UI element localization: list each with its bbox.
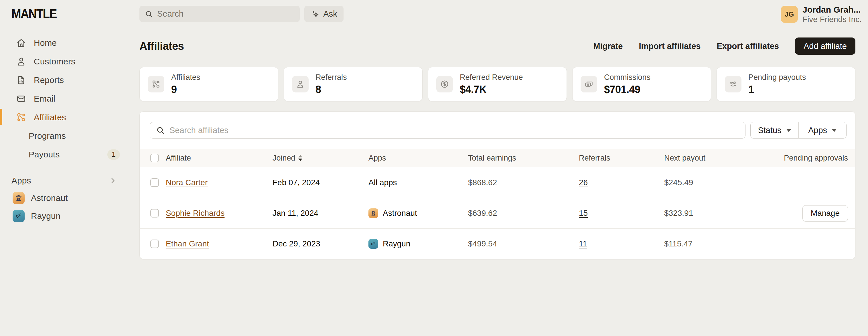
status-filter-dropdown[interactable]: Status (751, 122, 799, 138)
add-affiliate-button[interactable]: Add affiliate (795, 37, 856, 55)
sidebar-item-programs[interactable]: Programs (0, 126, 140, 145)
app-name: Raygun (383, 239, 410, 248)
mail-icon (16, 94, 26, 104)
stat-label: Referrals (315, 73, 347, 82)
search-icon (156, 126, 165, 135)
sidebar-item-email[interactable]: Email (0, 89, 140, 108)
affiliate-name-link[interactable]: Nora Carter (166, 178, 208, 187)
page-title: Affiliates (140, 40, 184, 52)
total-earnings-cell: $639.62 (468, 209, 579, 218)
row-checkbox[interactable] (150, 240, 159, 248)
table-row: Sophie Richards Jan 11, 2024 Astronaut $… (140, 198, 855, 228)
apps-filter-dropdown[interactable]: Apps (799, 122, 846, 138)
sidebar-item-label: Customers (34, 57, 75, 66)
sidebar-item-payouts[interactable]: Payouts 1 (0, 145, 140, 164)
raygun-app-icon (368, 239, 378, 249)
global-search-input[interactable] (157, 9, 294, 19)
joined-date: Dec 29, 2023 (273, 239, 368, 248)
stat-label: Affiliates (171, 73, 200, 82)
sidebar-app-raygun[interactable]: Raygun (0, 207, 140, 225)
import-affiliates-button[interactable]: Import affiliates (639, 41, 701, 51)
stat-label: Referred Revenue (460, 73, 523, 82)
chevron-down-icon (786, 129, 791, 132)
sidebar-item-label: Reports (34, 75, 64, 85)
next-payout-cell: $245.49 (664, 178, 750, 187)
sidebar-item-customers[interactable]: Customers (0, 52, 140, 71)
report-file-icon (16, 75, 26, 85)
sidebar-item-label: Affiliates (34, 113, 66, 122)
sidebar-item-reports[interactable]: Reports (0, 71, 140, 89)
stat-card-referrals: Referrals 8 (284, 67, 423, 101)
sidebar-item-label: Payouts (29, 150, 60, 159)
astronaut-app-icon (12, 192, 25, 204)
sidebar-item-home[interactable]: Home (0, 33, 140, 52)
referrals-link[interactable]: 26 (579, 178, 588, 187)
sidebar-app-astronaut[interactable]: Astronaut (0, 189, 140, 207)
total-earnings-cell: $868.62 (468, 178, 579, 187)
astronaut-app-icon (368, 208, 378, 218)
stat-value: $701.49 (604, 84, 650, 96)
stat-value: 9 (171, 84, 200, 96)
stats-row: Affiliates 9 Referrals 8 (140, 67, 856, 101)
affiliate-name-link[interactable]: Sophie Richards (166, 209, 224, 218)
person-icon (292, 76, 309, 92)
total-earnings-cell: $499.54 (468, 239, 579, 248)
banknotes-icon (581, 76, 597, 92)
column-header-next-payout[interactable]: Next payout (664, 154, 750, 162)
affiliate-name-link[interactable]: Ethan Grant (166, 239, 209, 248)
sidebar-item-affiliates[interactable]: Affiliates (0, 108, 140, 126)
manage-button[interactable]: Manage (802, 205, 848, 221)
app-label: Raygun (31, 211, 60, 221)
stat-label: Commissions (604, 73, 650, 82)
affiliate-search[interactable] (150, 122, 745, 139)
stat-value: 1 (748, 84, 806, 96)
apps-filter-label: Apps (808, 126, 827, 135)
topbar: MANTLE Ask JG Jordan Grah... Five (0, 0, 868, 28)
stat-value: $4.7K (460, 84, 523, 96)
global-search[interactable] (140, 6, 300, 22)
export-affiliates-button[interactable]: Export affiliates (717, 41, 779, 51)
dollar-circle-icon (436, 76, 453, 92)
column-header-joined[interactable]: Joined (273, 154, 368, 162)
affiliates-page: MANTLE Ask JG Jordan Grah... Five (0, 0, 868, 336)
joined-date: Feb 07, 2024 (273, 178, 368, 187)
raygun-app-icon (12, 210, 25, 222)
affiliate-search-input[interactable] (169, 126, 740, 135)
column-header-apps[interactable]: Apps (368, 154, 468, 162)
apps-cell: Astronaut (368, 208, 468, 218)
ask-label: Ask (323, 9, 337, 19)
row-checkbox[interactable] (150, 178, 159, 187)
filter-group: Status Apps (750, 122, 846, 139)
row-checkbox[interactable] (150, 209, 159, 217)
chevron-right-icon (108, 176, 117, 185)
column-header-affiliate[interactable]: Affiliate (166, 154, 273, 162)
ask-button[interactable]: Ask (304, 6, 344, 22)
user-menu[interactable]: JG Jordan Grah... Five Friends Inc. (781, 5, 862, 24)
apps-cell: Raygun (368, 239, 468, 249)
apps-cell: All apps (368, 178, 468, 187)
user-company: Five Friends Inc. (802, 15, 862, 24)
sidebar-apps-header[interactable]: Apps (0, 172, 140, 189)
table-row: Nora Carter Feb 07, 2024 All apps $868.6… (140, 167, 855, 198)
affiliates-network-icon (148, 76, 164, 92)
select-all-checkbox[interactable] (150, 154, 159, 162)
hand-payout-icon (725, 76, 741, 92)
referrals-link[interactable]: 11 (579, 239, 587, 248)
app-name: Astronaut (383, 209, 417, 218)
sparkle-icon (311, 9, 320, 19)
status-filter-label: Status (758, 126, 781, 135)
column-header-total-earnings[interactable]: Total earnings (468, 154, 579, 162)
column-header-pending-approvals[interactable]: Pending approvals (750, 154, 848, 162)
referrals-link[interactable]: 15 (579, 209, 588, 218)
sort-icon (298, 155, 302, 161)
pending-approvals-cell: Manage (750, 205, 848, 221)
column-header-referrals[interactable]: Referrals (579, 154, 664, 162)
main-content: Affiliates Migrate Import affiliates Exp… (140, 28, 868, 259)
table-header-row: Affiliate Joined Apps Total earnings Ref… (140, 149, 855, 167)
migrate-button[interactable]: Migrate (593, 41, 623, 51)
stat-card-affiliates: Affiliates 9 (140, 67, 278, 101)
sidebar-item-label: Email (34, 94, 55, 103)
sidebar: Home Customers Reports (0, 28, 140, 225)
avatar: JG (781, 6, 798, 23)
stat-card-commissions: Commissions $701.49 (572, 67, 711, 101)
